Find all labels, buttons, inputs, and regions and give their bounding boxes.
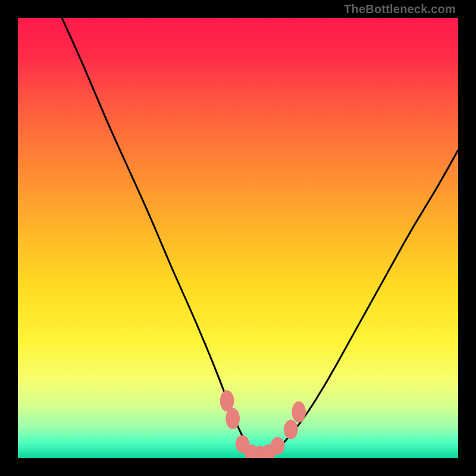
curve-marker — [271, 437, 285, 455]
curve-marker — [226, 408, 240, 430]
plot-area — [18, 18, 458, 458]
curve-marker — [284, 420, 298, 440]
chart-frame: TheBottleneck.com — [0, 0, 476, 476]
watermark-text: TheBottleneck.com — [344, 2, 456, 16]
curve-line — [62, 18, 458, 454]
bottleneck-curve — [18, 18, 458, 458]
curve-markers — [220, 390, 306, 458]
curve-marker — [292, 402, 306, 423]
